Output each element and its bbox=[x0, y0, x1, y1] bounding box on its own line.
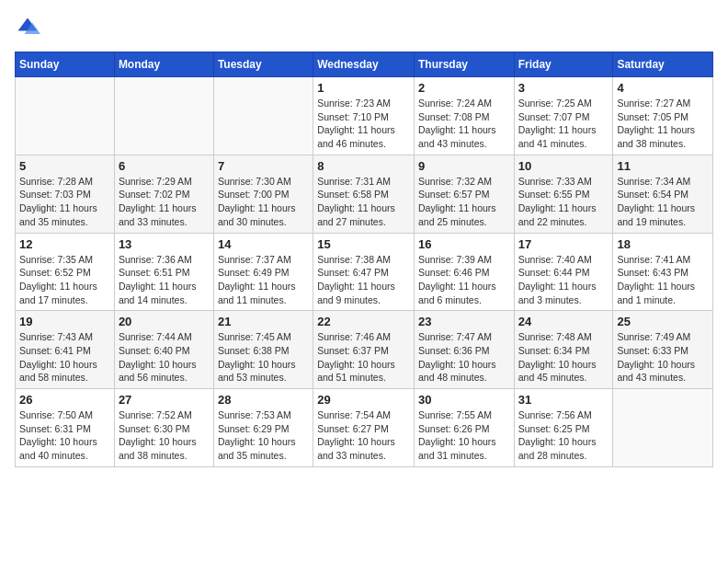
day-cell: 29Sunrise: 7:54 AM Sunset: 6:27 PM Dayli… bbox=[313, 389, 415, 467]
day-cell: 18Sunrise: 7:41 AM Sunset: 6:43 PM Dayli… bbox=[613, 233, 713, 311]
day-number: 23 bbox=[418, 315, 510, 328]
day-cell: 16Sunrise: 7:39 AM Sunset: 6:46 PM Dayli… bbox=[414, 233, 514, 311]
day-number: 2 bbox=[418, 81, 510, 95]
day-info: Sunrise: 7:34 AM Sunset: 6:54 PM Dayligh… bbox=[617, 175, 709, 229]
day-info: Sunrise: 7:55 AM Sunset: 6:26 PM Dayligh… bbox=[418, 408, 510, 463]
day-info: Sunrise: 7:50 AM Sunset: 6:31 PM Dayligh… bbox=[19, 408, 110, 463]
day-info: Sunrise: 7:23 AM Sunset: 7:10 PM Dayligh… bbox=[317, 97, 410, 151]
day-cell: 19Sunrise: 7:43 AM Sunset: 6:41 PM Dayli… bbox=[16, 311, 115, 389]
day-number: 31 bbox=[518, 393, 609, 407]
day-cell: 6Sunrise: 7:29 AM Sunset: 7:02 PM Daylig… bbox=[114, 155, 213, 233]
day-info: Sunrise: 7:56 AM Sunset: 6:25 PM Dayligh… bbox=[518, 408, 609, 463]
day-cell: 21Sunrise: 7:45 AM Sunset: 6:38 PM Dayli… bbox=[213, 311, 313, 389]
day-number: 7 bbox=[218, 159, 309, 173]
day-cell: 28Sunrise: 7:53 AM Sunset: 6:29 PM Dayli… bbox=[213, 389, 313, 467]
day-info: Sunrise: 7:43 AM Sunset: 6:41 PM Dayligh… bbox=[19, 330, 110, 385]
day-cell: 8Sunrise: 7:31 AM Sunset: 6:58 PM Daylig… bbox=[313, 155, 415, 233]
day-number: 15 bbox=[317, 237, 410, 251]
day-number: 19 bbox=[19, 315, 110, 328]
day-cell: 5Sunrise: 7:28 AM Sunset: 7:03 PM Daylig… bbox=[16, 155, 115, 233]
day-number: 21 bbox=[218, 315, 309, 328]
day-info: Sunrise: 7:33 AM Sunset: 6:55 PM Dayligh… bbox=[518, 175, 609, 229]
day-cell: 3Sunrise: 7:25 AM Sunset: 7:07 PM Daylig… bbox=[514, 77, 613, 155]
day-cell: 1Sunrise: 7:23 AM Sunset: 7:10 PM Daylig… bbox=[313, 77, 415, 155]
day-number: 3 bbox=[518, 81, 609, 95]
day-info: Sunrise: 7:45 AM Sunset: 6:38 PM Dayligh… bbox=[218, 330, 309, 385]
day-info: Sunrise: 7:53 AM Sunset: 6:29 PM Dayligh… bbox=[218, 408, 309, 463]
day-cell: 4Sunrise: 7:27 AM Sunset: 7:05 PM Daylig… bbox=[613, 77, 713, 155]
day-number: 24 bbox=[518, 315, 609, 328]
day-cell: 23Sunrise: 7:47 AM Sunset: 6:36 PM Dayli… bbox=[414, 311, 514, 389]
day-number: 9 bbox=[418, 159, 510, 173]
header-row: SundayMondayTuesdayWednesdayThursdayFrid… bbox=[16, 52, 713, 77]
day-info: Sunrise: 7:37 AM Sunset: 6:49 PM Dayligh… bbox=[218, 253, 309, 307]
calendar-table: SundayMondayTuesdayWednesdayThursdayFrid… bbox=[15, 52, 713, 467]
day-info: Sunrise: 7:35 AM Sunset: 6:52 PM Dayligh… bbox=[19, 253, 110, 307]
day-cell: 13Sunrise: 7:36 AM Sunset: 6:51 PM Dayli… bbox=[114, 233, 213, 311]
day-cell: 31Sunrise: 7:56 AM Sunset: 6:25 PM Dayli… bbox=[514, 389, 613, 467]
day-info: Sunrise: 7:30 AM Sunset: 7:00 PM Dayligh… bbox=[218, 175, 309, 229]
day-number: 26 bbox=[19, 393, 110, 407]
day-info: Sunrise: 7:24 AM Sunset: 7:08 PM Dayligh… bbox=[418, 97, 510, 151]
week-row: 5Sunrise: 7:28 AM Sunset: 7:03 PM Daylig… bbox=[16, 155, 713, 233]
day-info: Sunrise: 7:44 AM Sunset: 6:40 PM Dayligh… bbox=[119, 330, 210, 385]
page-header bbox=[15, 15, 713, 40]
day-number: 25 bbox=[617, 315, 709, 328]
day-info: Sunrise: 7:32 AM Sunset: 6:57 PM Dayligh… bbox=[418, 175, 510, 229]
day-cell: 25Sunrise: 7:49 AM Sunset: 6:33 PM Dayli… bbox=[613, 311, 713, 389]
day-cell: 22Sunrise: 7:46 AM Sunset: 6:37 PM Dayli… bbox=[313, 311, 415, 389]
day-info: Sunrise: 7:27 AM Sunset: 7:05 PM Dayligh… bbox=[617, 97, 709, 151]
day-cell: 15Sunrise: 7:38 AM Sunset: 6:47 PM Dayli… bbox=[313, 233, 415, 311]
day-header: Tuesday bbox=[213, 52, 313, 77]
logo bbox=[15, 15, 44, 40]
week-row: 1Sunrise: 7:23 AM Sunset: 7:10 PM Daylig… bbox=[16, 77, 713, 155]
day-number: 17 bbox=[518, 237, 609, 251]
week-row: 26Sunrise: 7:50 AM Sunset: 6:31 PM Dayli… bbox=[16, 389, 713, 467]
day-cell: 2Sunrise: 7:24 AM Sunset: 7:08 PM Daylig… bbox=[414, 77, 514, 155]
day-number: 5 bbox=[19, 159, 110, 173]
day-number: 27 bbox=[119, 393, 210, 407]
day-info: Sunrise: 7:25 AM Sunset: 7:07 PM Dayligh… bbox=[518, 97, 609, 151]
day-number: 30 bbox=[418, 393, 510, 407]
day-number: 6 bbox=[119, 159, 210, 173]
day-info: Sunrise: 7:28 AM Sunset: 7:03 PM Dayligh… bbox=[19, 175, 110, 229]
day-number: 18 bbox=[617, 237, 709, 251]
day-cell: 11Sunrise: 7:34 AM Sunset: 6:54 PM Dayli… bbox=[613, 155, 713, 233]
day-number: 13 bbox=[119, 237, 210, 251]
day-header: Monday bbox=[114, 52, 213, 77]
day-info: Sunrise: 7:41 AM Sunset: 6:43 PM Dayligh… bbox=[617, 253, 709, 307]
day-cell: 10Sunrise: 7:33 AM Sunset: 6:55 PM Dayli… bbox=[514, 155, 613, 233]
day-info: Sunrise: 7:40 AM Sunset: 6:44 PM Dayligh… bbox=[518, 253, 609, 307]
day-info: Sunrise: 7:49 AM Sunset: 6:33 PM Dayligh… bbox=[617, 330, 709, 385]
day-number: 16 bbox=[418, 237, 510, 251]
day-number: 14 bbox=[218, 237, 309, 251]
day-number: 29 bbox=[317, 393, 410, 407]
day-cell: 30Sunrise: 7:55 AM Sunset: 6:26 PM Dayli… bbox=[414, 389, 514, 467]
day-info: Sunrise: 7:36 AM Sunset: 6:51 PM Dayligh… bbox=[119, 253, 210, 307]
day-info: Sunrise: 7:48 AM Sunset: 6:34 PM Dayligh… bbox=[518, 330, 609, 385]
day-number: 22 bbox=[317, 315, 410, 328]
day-cell: 26Sunrise: 7:50 AM Sunset: 6:31 PM Dayli… bbox=[16, 389, 115, 467]
day-info: Sunrise: 7:47 AM Sunset: 6:36 PM Dayligh… bbox=[418, 330, 510, 385]
day-info: Sunrise: 7:39 AM Sunset: 6:46 PM Dayligh… bbox=[418, 253, 510, 307]
logo-icon bbox=[15, 15, 40, 40]
day-header: Wednesday bbox=[313, 52, 415, 77]
day-header: Sunday bbox=[16, 52, 115, 77]
day-info: Sunrise: 7:29 AM Sunset: 7:02 PM Dayligh… bbox=[119, 175, 210, 229]
day-number: 11 bbox=[617, 159, 709, 173]
day-number: 4 bbox=[617, 81, 709, 95]
day-cell: 17Sunrise: 7:40 AM Sunset: 6:44 PM Dayli… bbox=[514, 233, 613, 311]
day-info: Sunrise: 7:38 AM Sunset: 6:47 PM Dayligh… bbox=[317, 253, 410, 307]
day-cell: 20Sunrise: 7:44 AM Sunset: 6:40 PM Dayli… bbox=[114, 311, 213, 389]
day-header: Thursday bbox=[414, 52, 514, 77]
day-cell bbox=[114, 77, 213, 155]
day-cell: 27Sunrise: 7:52 AM Sunset: 6:30 PM Dayli… bbox=[114, 389, 213, 467]
day-number: 1 bbox=[317, 81, 410, 95]
day-info: Sunrise: 7:52 AM Sunset: 6:30 PM Dayligh… bbox=[119, 408, 210, 463]
day-info: Sunrise: 7:31 AM Sunset: 6:58 PM Dayligh… bbox=[317, 175, 410, 229]
day-cell bbox=[613, 389, 713, 467]
day-number: 12 bbox=[19, 237, 110, 251]
day-number: 8 bbox=[317, 159, 410, 173]
week-row: 12Sunrise: 7:35 AM Sunset: 6:52 PM Dayli… bbox=[16, 233, 713, 311]
day-cell bbox=[213, 77, 313, 155]
